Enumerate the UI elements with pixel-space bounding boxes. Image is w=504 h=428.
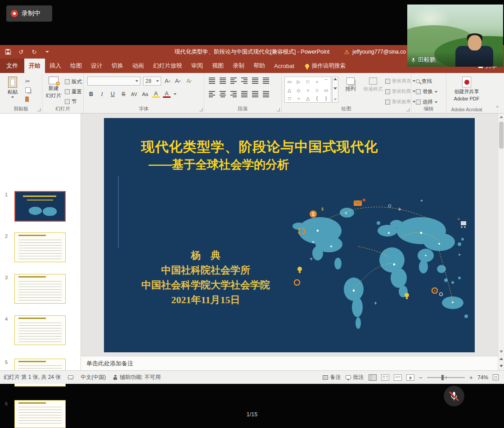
clear-formatting-button[interactable]: A̷ [184,77,192,85]
slide-thumbnail-2[interactable] [14,232,66,262]
slide-title[interactable]: 现代化类型学、阶段论与中国式现代化 [108,138,411,156]
shape-icon[interactable]: □ [306,79,309,84]
smartart-icon[interactable] [263,91,269,97]
align-left-icon[interactable] [209,91,215,97]
shape-icon[interactable]: □ [288,96,291,101]
comments-toggle-button[interactable]: 批注 [346,373,364,381]
shape-icon[interactable]: { [316,96,318,101]
font-size-combo[interactable]: 28 [143,77,161,86]
gallery-more-icon[interactable]: ≡ [334,97,336,101]
format-painter-button[interactable] [25,96,29,102]
tab-slideshow[interactable]: 幻灯片放映 [148,59,187,73]
scroll-up-button[interactable] [498,114,504,120]
slide-sorter-view-button[interactable] [381,374,389,381]
character-spacing-button[interactable]: AV [130,90,138,98]
shape-icon[interactable]: ○ [297,96,300,101]
replace-button[interactable]: 替换 [416,88,437,95]
gallery-down-icon[interactable] [333,87,337,90]
drawing-dialog-launcher[interactable] [406,108,410,111]
previous-slide-button[interactable] [498,355,504,362]
underline-button[interactable]: U [109,90,117,98]
proofing-icon[interactable] [68,375,73,379]
slide-counter[interactable]: 幻灯片 第 1 张, 共 24 张 [4,373,61,381]
shape-icon[interactable]: ◇ [297,88,301,93]
shape-icon[interactable]: ▭ [287,79,291,84]
notes-placeholder[interactable]: 单击此处添加备注 [86,360,133,368]
paragraph-dialog-launcher[interactable] [277,108,280,111]
shape-effects-button[interactable]: 形状效果 [385,99,415,105]
justify-icon[interactable] [241,91,248,97]
notes-pane[interactable]: 单击此处添加备注 [81,356,498,370]
tab-animations[interactable]: 动画 [128,59,148,73]
tell-me-search[interactable]: 操作说明搜索 [305,59,346,73]
quick-styles-button[interactable]: 快速样式 [362,77,384,92]
notes-toggle-button[interactable]: 备注 [323,373,341,381]
collapse-ribbon-icon[interactable]: ^ [494,106,500,110]
fit-slide-to-window-icon[interactable] [493,374,499,380]
redo-icon[interactable]: ↻ [31,48,38,55]
align-right-icon[interactable] [230,91,237,97]
change-case-button[interactable]: Aa [141,90,149,98]
save-icon[interactable] [4,48,12,55]
increase-indent-icon[interactable] [241,77,248,84]
copy-button[interactable] [25,87,31,93]
tab-view[interactable]: 视图 [207,59,228,73]
tab-draw[interactable]: 绘图 [66,59,86,73]
gallery-up-icon[interactable] [333,78,337,80]
shrink-font-button[interactable]: A˅ [174,77,182,85]
align-center-icon[interactable] [220,91,226,97]
new-slide-button[interactable]: + 新建 幻灯片 [44,77,63,99]
shape-icon[interactable]: ▷ [297,79,301,84]
tab-insert[interactable]: 插入 [45,59,66,73]
clipboard-dialog-launcher[interactable] [37,108,40,111]
bold-button[interactable]: B [87,90,95,98]
shapes-gallery-scroll[interactable]: ≡ [332,77,338,103]
tab-transitions[interactable]: 切换 [107,59,128,73]
tab-review[interactable]: 审阅 [187,59,207,73]
next-slide-button[interactable] [498,363,504,369]
create-pdf-button[interactable]: 创建并共享 Adobe PDF [451,77,482,102]
account-email[interactable]: jeffyoung777@sina.co [352,49,406,55]
zoom-out-button[interactable]: − [419,374,423,381]
numbering-icon[interactable] [220,77,226,84]
normal-view-button[interactable] [369,374,377,381]
slide-author-block[interactable]: 杨 典 中国社科院社会学所 中国社会科学院大学社会学院 2021年11月15日 [117,248,294,307]
scrollbar-thumb[interactable] [499,122,504,149]
section-button[interactable]: 节 [65,98,77,105]
vertical-scrollbar[interactable] [498,114,504,370]
find-button[interactable]: 查找 [416,78,432,85]
slide[interactable]: 现代化类型学、阶段论与中国式现代化 ——基于全球社会学的分析 杨 典 中国社科院… [104,118,475,352]
zoom-in-button[interactable]: + [469,374,473,381]
scroll-down-button[interactable] [498,348,504,355]
shape-outline-button[interactable]: 形状轮廓 [385,88,415,95]
cut-button[interactable]: ✂ [25,78,30,84]
shape-icon[interactable]: △ [288,88,291,93]
shape-icon[interactable]: ○ [306,88,309,93]
customize-quick-access-caret-icon[interactable] [44,48,51,55]
mute-microphone-button[interactable] [444,386,464,406]
line-spacing-icon[interactable] [252,77,258,84]
shape-icon[interactable]: ⌒ [324,78,328,85]
zoom-slider-handle[interactable] [441,375,444,380]
shape-icon[interactable]: } [325,96,327,101]
tab-help[interactable]: 帮助 [249,59,270,73]
grow-font-button[interactable]: A˄ [164,77,171,85]
paste-button[interactable]: 粘贴 [4,77,22,98]
font-dialog-launcher[interactable] [199,108,202,111]
shapes-gallery[interactable]: ▭ ▷ □ ○ ⌒ △ ◇ ○ ☆ ▭ □ ○ △ { } [284,77,331,103]
tab-home[interactable]: 开始 [24,59,45,73]
font-color-caret-icon[interactable] [174,93,176,95]
tab-acrobat[interactable]: Acrobat [270,59,299,73]
shape-fill-button[interactable]: 形状填充 [385,78,415,84]
shape-icon[interactable]: ○ [315,79,318,84]
slide-thumbnail-4[interactable] [14,315,66,345]
columns-icon[interactable] [252,91,258,97]
webcam-video[interactable]: 田毅鹏 [407,5,503,67]
arrange-button[interactable]: 排列 [341,77,360,92]
layout-button[interactable]: 版式 [65,78,82,85]
slideshow-view-button[interactable] [406,374,414,381]
tab-file[interactable]: 文件 [0,59,24,73]
text-direction-icon[interactable] [263,77,269,84]
tab-design[interactable]: 设计 [86,59,107,73]
italic-button[interactable]: I [98,90,106,98]
